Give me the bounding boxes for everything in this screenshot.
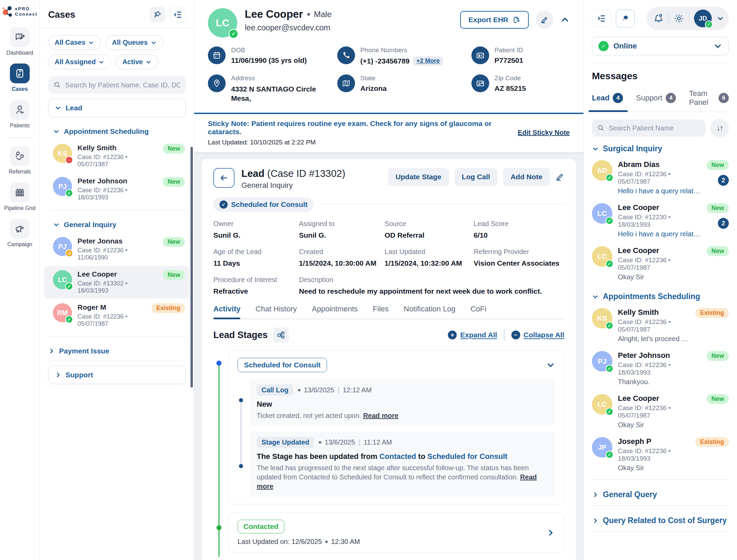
cases-search-input[interactable] (65, 81, 180, 89)
nav-label: Pipeline Grid (4, 205, 36, 211)
stage-link-contacted[interactable]: Contacted (379, 452, 416, 461)
stage-link-scheduled[interactable]: Scheduled for Consult (427, 452, 508, 461)
case-subgroup-general-inquiry[interactable]: General Inquiry (40, 215, 194, 232)
nav-label: Campaign (8, 241, 32, 248)
status-badge: Existing (695, 437, 729, 447)
entry-date: 13/6/2025 (304, 386, 334, 394)
expand-stage-chevron-right-icon[interactable] (546, 528, 555, 537)
filter-all-queues[interactable]: All Queues (105, 35, 163, 50)
entry-body: The lead has progressed to the next stag… (257, 464, 529, 481)
message-group-query-cost-of-surgery[interactable]: Query Related to Cost of Surgery (592, 509, 729, 528)
case-list-item[interactable]: PJ Peter Jonnas Case ID: #12236 • 11/06/… (44, 233, 190, 265)
nav-item-pipeline-grid[interactable]: Pipeline Grid (4, 183, 36, 211)
tab-cofi[interactable]: CoFi (470, 305, 486, 319)
notifications-bell-icon[interactable] (653, 13, 664, 24)
message-group-surgical-inquiry[interactable]: Surgical Inquiry (592, 137, 729, 156)
field-zip: Zip Code AZ 85215 (471, 74, 570, 103)
case-list-item[interactable]: PJ ✓ Peter Johnson Case ID: #12236 • 18/… (44, 173, 190, 205)
tab-notification-log[interactable]: Notification Log (404, 305, 456, 319)
expand-all-link[interactable]: + Expand All (448, 331, 497, 339)
dot-separator (298, 389, 300, 391)
user-menu-chevron-down-icon[interactable] (717, 15, 724, 22)
export-ehr-button[interactable]: Export EHR (460, 11, 529, 29)
case-list-item[interactable]: KS − Kelly Smith Case ID: #12236 • 05/07… (44, 140, 190, 172)
nav-item-campaign[interactable]: Campaign (8, 219, 32, 248)
pin-messages-button[interactable] (616, 10, 635, 27)
sort-button[interactable]: ↓↑ (710, 119, 729, 137)
field-age-of-lead: Age of the Lead11 Days (213, 248, 294, 268)
case-group-support[interactable]: Support (48, 366, 186, 384)
case-list-item[interactable]: RM ✓ Roger M Case ID: #12236 • 05/07/198… (44, 299, 190, 332)
tab-activity[interactable]: Activity (213, 305, 240, 319)
filter-all-assigned[interactable]: All Assigned (48, 55, 111, 69)
edit-sticky-note-link[interactable]: Edit Sticky Note (518, 129, 570, 137)
collapse-all-link[interactable]: − Collapse All (511, 331, 564, 339)
field-description: DescriptionNeed to reschedule my appoint… (299, 276, 564, 296)
user-avatar-menu[interactable]: JD ✓ (694, 10, 712, 27)
settings-gear-icon[interactable] (674, 13, 684, 24)
filter-active[interactable]: Active (116, 55, 158, 69)
add-note-button[interactable]: Add Note (503, 168, 550, 186)
message-meta: Case ID: #12230 • 18/03/1993 (618, 213, 701, 228)
edit-lead-button[interactable] (555, 172, 564, 181)
read-more-link[interactable]: Read more (363, 412, 398, 419)
case-list-item-selected[interactable]: LC ✓ Lee Cooper Case ID: #13302 • 18/03/… (44, 266, 190, 298)
nav-label: Cases (12, 86, 28, 92)
nav-item-patients[interactable]: Patients (10, 100, 30, 129)
presence-status-select[interactable]: ✓ Online (592, 37, 729, 55)
nav-item-cases[interactable]: Cases (10, 64, 30, 92)
chevron-down-icon (55, 104, 61, 111)
messages-search-input[interactable] (609, 124, 700, 132)
filter-all-cases[interactable]: All Cases (48, 35, 101, 50)
edit-patient-button[interactable] (536, 11, 553, 29)
message-item[interactable]: AD ✓ Abram Dias Case ID: #12236 • 05/07/… (592, 156, 729, 199)
message-item[interactable]: LC ✓ Lee Cooper Case ID: #12236 • 05/07/… (592, 390, 729, 433)
tab-team-panel[interactable]: Team Panel 6 (689, 89, 729, 112)
phone-more-link[interactable]: +2 More (413, 56, 443, 66)
case-meta: Case ID: #12236 • 11/06/1990 (77, 247, 157, 261)
message-item[interactable]: LC ✓ Lee Cooper Case ID: #12230 • 18/03/… (592, 199, 729, 242)
cases-scrollbar[interactable] (190, 147, 193, 388)
divider (504, 329, 505, 341)
log-call-button[interactable]: Log Call (454, 168, 498, 186)
tab-chat-history[interactable]: Chat History (255, 305, 297, 319)
tab-appointments[interactable]: Appointments (312, 305, 358, 319)
patient-gender: Male (314, 10, 332, 19)
collapse-panel-button[interactable] (170, 7, 186, 23)
messages-search[interactable] (592, 120, 706, 137)
stage-card-contacted[interactable]: Contacted Last Updated on: 12/6/2025 12:… (228, 513, 564, 553)
message-item[interactable]: LC ✓ Lee Cooper Case ID: #12236 • 05/07/… (592, 242, 729, 285)
stage-chip[interactable]: Scheduled for Consult (238, 358, 327, 372)
pin-panel-button[interactable] (150, 7, 165, 23)
tab-lead[interactable]: Lead 4 (592, 89, 623, 112)
update-stage-button[interactable]: Update Stage (388, 168, 449, 186)
case-group-payment-issue[interactable]: Payment Issue (40, 341, 194, 361)
tab-support[interactable]: Support 4 (636, 89, 676, 112)
back-button[interactable] (213, 168, 235, 188)
status-badge: New (163, 144, 185, 154)
collapse-header-chevron-up-icon[interactable] (560, 15, 570, 25)
message-group-general-query[interactable]: General Query (592, 483, 729, 502)
message-meta: Case ID: #12236 • 05/07/1987 (618, 404, 701, 419)
message-group-appointments-scheduling[interactable]: Appointments Scheduling (592, 285, 729, 304)
message-item[interactable]: KS ✓ Kelly Smith Case ID: #12236 • 05/07… (592, 304, 729, 347)
patient-info-grid: DOB 11/06/1990 (35 yrs old) Phone Number… (208, 46, 570, 103)
stage-chip[interactable]: Contacted (238, 520, 284, 533)
message-preview: Okay Sir (618, 421, 701, 429)
divider (48, 210, 186, 210)
nav-item-dashboard[interactable]: ? Dashboard (6, 27, 33, 56)
message-item[interactable]: PJ ✓ Peter Johnson Case ID: #12236 • 18/… (592, 347, 729, 390)
nav-divider (7, 138, 33, 138)
nav-label: Dashboard (6, 50, 33, 56)
collapse-right-panel-button[interactable] (592, 10, 611, 27)
stage-flowchart-button[interactable] (273, 327, 289, 342)
message-item[interactable]: JP ✓ Joseph P Case ID: #12236 • 18/03/19… (592, 433, 729, 476)
case-group-lead[interactable]: Lead (48, 99, 186, 117)
cases-search[interactable] (48, 76, 186, 94)
tab-files[interactable]: Files (373, 305, 388, 319)
case-subgroup-appointment-scheduling[interactable]: Appointment Scheduling (40, 122, 194, 139)
nav-item-referrals[interactable]: Referrals (9, 146, 31, 175)
collapse-stage-chevron-down-icon[interactable] (546, 361, 555, 369)
minus-circle-icon: − (511, 331, 520, 339)
dot-separator (325, 541, 328, 543)
